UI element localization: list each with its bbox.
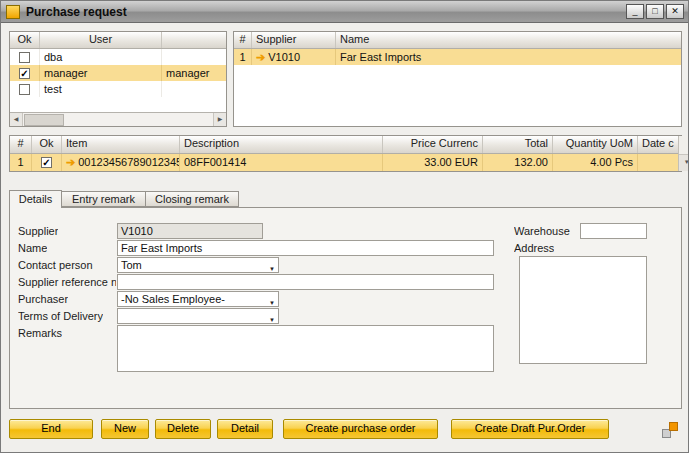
tab-closing-remark[interactable]: Closing remark (145, 191, 239, 207)
users-header-user: User (40, 32, 162, 48)
items-header-description: Description (180, 136, 383, 153)
user-row-test[interactable]: test (10, 81, 226, 97)
users-table: Ok User dba ✓ manager manager test ◀ ▶ (9, 31, 227, 127)
name-field[interactable]: Far East Imports (117, 240, 494, 256)
item-price-currency-cell: 33.00 EUR (383, 154, 483, 171)
user-ok-cell (10, 49, 40, 65)
contact-person-value: Tom (121, 259, 142, 271)
users-header-row: Ok User (10, 32, 226, 49)
ok-checkbox[interactable] (19, 52, 30, 63)
titlebar[interactable]: Purchase request _ □ ✕ (1, 1, 688, 23)
item-ok-cell: ✓ (32, 154, 62, 171)
supplier-num-cell: 1 (234, 49, 252, 65)
scrollbar-track[interactable] (23, 113, 213, 126)
new-button[interactable]: New (101, 419, 149, 439)
app-icon (6, 5, 20, 19)
user-extra-cell (162, 81, 226, 97)
link-arrow-icon[interactable]: ➔ (256, 51, 265, 63)
items-header-quantity-uom: Quantity UoM (553, 136, 638, 153)
users-header-extra (162, 32, 226, 48)
remarks-textarea[interactable] (117, 325, 494, 372)
scrollbar-thumb[interactable] (24, 114, 64, 126)
items-header-date: Date c (638, 136, 678, 153)
supplier-name-cell: Far East Imports (336, 49, 681, 65)
ok-checkbox[interactable]: ✓ (19, 68, 30, 79)
supplier-reference-label: Supplier reference nu (18, 276, 116, 288)
supplier-field: V1010 (117, 223, 263, 239)
minimize-button[interactable]: _ (626, 4, 644, 19)
tab-entry-remark[interactable]: Entry remark (61, 191, 146, 207)
item-num-cell: 1 (10, 154, 32, 171)
item-row[interactable]: 1 ✓ ➔001234567890123456 08FF001414 33.00… (10, 154, 678, 171)
contact-person-label: Contact person (18, 259, 93, 271)
supplier-row[interactable]: 1 ➔V1010 Far East Imports (234, 49, 681, 65)
terms-of-delivery-select[interactable]: ▼ (117, 308, 279, 324)
contact-person-select[interactable]: Tom▼ (117, 257, 279, 273)
maximize-button[interactable]: □ (646, 4, 664, 19)
items-header-num: # (10, 136, 32, 153)
user-ok-cell: ✓ (10, 65, 40, 81)
items-header-row: # Ok Item Description Price Currenc Tota… (10, 136, 678, 154)
suppliers-header-row: # Supplier Name (234, 32, 681, 49)
item-total-cell: 132.00 (483, 154, 553, 171)
terms-of-delivery-label: Terms of Delivery (18, 310, 103, 322)
close-button[interactable]: ✕ (666, 4, 684, 19)
address-label: Address (514, 242, 554, 254)
items-vertical-scrollbar[interactable]: ▼ (678, 136, 689, 171)
users-header-ok: Ok (10, 32, 40, 48)
items-header-total: Total (483, 136, 553, 153)
address-textarea[interactable] (519, 256, 647, 364)
resize-grip-icon[interactable] (662, 422, 678, 438)
supplier-label: Supplier (18, 225, 58, 237)
items-header-item: Item (62, 136, 180, 153)
scroll-right-icon[interactable]: ▶ (213, 113, 226, 126)
window-title: Purchase request (26, 5, 127, 19)
remarks-label: Remarks (18, 327, 62, 339)
users-horizontal-scrollbar[interactable]: ◀ ▶ (10, 112, 226, 126)
supplier-code-cell: ➔V1010 (252, 49, 336, 65)
user-ok-cell (10, 81, 40, 97)
scroll-left-icon[interactable]: ◀ (10, 113, 23, 126)
supplier-reference-input[interactable] (117, 274, 494, 290)
supplier-code: V1010 (268, 51, 300, 63)
item-code: 001234567890123456 (78, 156, 180, 168)
items-grid-main: # Ok Item Description Price Currenc Tota… (10, 136, 678, 171)
purchase-request-window: Purchase request _ □ ✕ Ok User dba ✓ man… (0, 0, 689, 453)
tab-details[interactable]: Details (9, 190, 62, 208)
item-ok-checkbox[interactable]: ✓ (41, 157, 52, 168)
grip-orange-square (669, 422, 678, 431)
scroll-down-icon[interactable]: ▼ (679, 154, 689, 171)
window-controls: _ □ ✕ (626, 4, 684, 19)
item-quantity-uom-cell: 4.00 Pcs (553, 154, 638, 171)
suppliers-table: # Supplier Name 1 ➔V1010 Far East Import… (233, 31, 682, 127)
items-header-price-currency: Price Currenc (383, 136, 483, 153)
suppliers-header-num: # (234, 32, 252, 48)
suppliers-header-name: Name (336, 32, 681, 48)
end-button[interactable]: End (9, 419, 93, 439)
user-row-manager[interactable]: ✓ manager manager (10, 65, 226, 81)
chevron-down-icon[interactable]: ▼ (269, 296, 275, 307)
name-label: Name (18, 242, 47, 254)
details-panel: Supplier V1010 Name Far East Imports Con… (9, 207, 682, 409)
user-name-cell: manager (40, 65, 162, 81)
link-arrow-icon[interactable]: ➔ (66, 156, 75, 168)
user-name-cell: dba (40, 49, 162, 65)
detail-button[interactable]: Detail (217, 419, 273, 439)
create-draft-purchase-order-button[interactable]: Create Draft Pur.Order (451, 419, 609, 439)
item-date-cell (638, 154, 678, 171)
warehouse-input[interactable] (580, 223, 647, 239)
user-extra-cell (162, 49, 226, 65)
create-purchase-order-button[interactable]: Create purchase order (283, 419, 438, 439)
chevron-down-icon[interactable]: ▼ (269, 313, 275, 324)
user-row-dba[interactable]: dba (10, 49, 226, 65)
ok-checkbox[interactable] (19, 84, 30, 95)
purchaser-label: Purchaser (18, 293, 68, 305)
delete-button[interactable]: Delete (155, 419, 211, 439)
item-description-cell: 08FF001414 (180, 154, 383, 171)
purchaser-value: -No Sales Employee- (121, 293, 225, 305)
chevron-down-icon[interactable]: ▼ (269, 262, 275, 273)
suppliers-header-supplier: Supplier (252, 32, 336, 48)
user-extra-cell: manager (162, 65, 226, 81)
user-name-cell: test (40, 81, 162, 97)
purchaser-select[interactable]: -No Sales Employee-▼ (117, 291, 279, 307)
